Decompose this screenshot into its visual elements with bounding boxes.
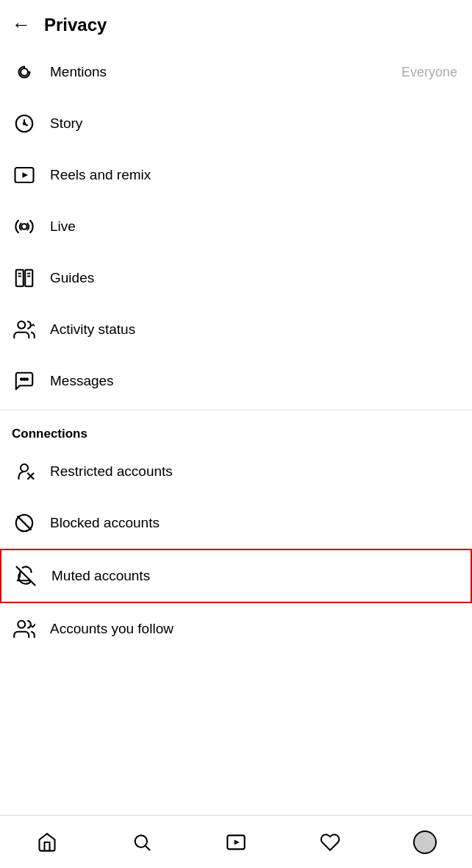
story-label: Story	[50, 115, 82, 132]
profile-avatar	[413, 830, 437, 854]
menu-item-muted[interactable]: Muted accounts	[0, 549, 472, 603]
menu-item-following[interactable]: Accounts you follow	[0, 603, 472, 655]
menu-item-mentions[interactable]: Mentions Everyone	[0, 46, 472, 98]
back-button[interactable]: ←	[12, 13, 31, 36]
reels-label: Reels and remix	[50, 167, 151, 183]
activity-icon	[12, 317, 37, 342]
svg-point-24	[18, 621, 25, 628]
svg-point-14	[18, 321, 25, 329]
svg-point-17	[26, 378, 29, 380]
story-icon	[12, 111, 37, 136]
nav-home[interactable]	[25, 824, 69, 861]
reels-nav-icon	[226, 832, 246, 853]
bottom-navigation	[0, 815, 472, 868]
menu-item-story[interactable]: Story	[0, 98, 472, 149]
muted-icon	[13, 563, 38, 588]
nav-reels[interactable]	[214, 824, 258, 861]
live-icon	[12, 214, 37, 239]
menu-item-live[interactable]: Live	[0, 201, 472, 252]
svg-rect-9	[25, 270, 32, 287]
nav-profile[interactable]	[403, 824, 447, 861]
svg-marker-28	[235, 839, 240, 844]
svg-line-26	[146, 846, 149, 850]
connections-section-header: Connections	[0, 413, 472, 446]
mentions-label: Mentions	[50, 64, 107, 80]
guides-label: Guides	[50, 270, 94, 286]
page-title: Privacy	[44, 15, 107, 35]
restricted-label: Restricted accounts	[50, 463, 173, 480]
mentions-value: Everyone	[401, 65, 457, 80]
nav-search[interactable]	[120, 824, 164, 861]
messages-icon	[12, 369, 37, 394]
following-label: Accounts you follow	[50, 621, 174, 637]
header: ← Privacy	[0, 0, 472, 46]
home-icon	[37, 832, 57, 853]
main-menu: Mentions Everyone Story	[0, 46, 472, 407]
blocked-icon	[12, 511, 37, 536]
blocked-label: Blocked accounts	[50, 515, 160, 531]
svg-point-7	[21, 224, 27, 230]
nav-heart[interactable]	[308, 824, 352, 861]
svg-point-16	[24, 378, 26, 380]
live-label: Live	[50, 218, 76, 235]
messages-label: Messages	[50, 373, 114, 389]
menu-item-messages[interactable]: Messages	[0, 355, 472, 407]
svg-point-25	[135, 835, 146, 847]
search-icon	[132, 832, 152, 853]
svg-rect-8	[16, 270, 24, 287]
reels-icon	[12, 163, 37, 188]
mentions-icon	[12, 60, 37, 85]
svg-line-22	[18, 516, 31, 530]
menu-item-restricted[interactable]: Restricted accounts	[0, 446, 472, 497]
menu-item-reels[interactable]: Reels and remix	[0, 149, 472, 201]
svg-point-0	[21, 68, 28, 76]
heart-icon	[320, 832, 340, 853]
following-icon	[12, 616, 37, 641]
svg-point-15	[21, 378, 23, 380]
menu-item-blocked[interactable]: Blocked accounts	[0, 497, 472, 549]
activity-label: Activity status	[50, 321, 135, 338]
svg-marker-6	[23, 172, 29, 178]
menu-item-activity[interactable]: Activity status	[0, 304, 472, 355]
svg-point-4	[24, 123, 26, 125]
menu-item-guides[interactable]: Guides	[0, 252, 472, 304]
guides-icon	[12, 266, 37, 291]
restricted-icon	[12, 459, 37, 484]
connections-menu: Restricted accounts Blocked accounts	[0, 446, 472, 655]
connections-divider	[0, 410, 472, 410]
muted-label: Muted accounts	[51, 568, 150, 584]
svg-point-18	[21, 464, 28, 472]
